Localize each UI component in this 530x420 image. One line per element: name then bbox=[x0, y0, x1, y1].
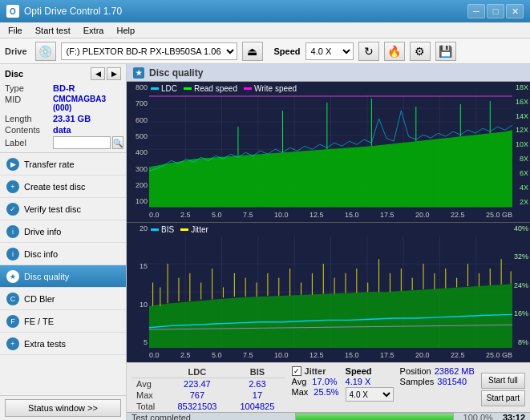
refresh-btn[interactable]: ↻ bbox=[358, 42, 379, 61]
stats-total-row: Total 85321503 1004825 bbox=[131, 401, 285, 412]
verify-label: Verify test disc bbox=[24, 204, 81, 214]
y-right-24pct: 24% bbox=[512, 281, 530, 289]
y-right-8pct: 8% bbox=[512, 338, 530, 346]
sidebar-item-extra-tests[interactable]: + Extra tests bbox=[0, 333, 126, 355]
transfer-rate-icon: ▶ bbox=[6, 158, 19, 171]
stats-max-row: Max 767 17 bbox=[131, 390, 285, 401]
drive-icon-btn[interactable]: 💿 bbox=[35, 42, 56, 61]
eject-btn[interactable]: ⏏ bbox=[242, 42, 263, 61]
disc-quality-label: Disc quality bbox=[24, 272, 69, 281]
speed-label: Speed bbox=[274, 46, 301, 56]
label-search-btn[interactable]: 🔍 bbox=[112, 136, 123, 149]
speed-section: Speed 4.19 X 4.0 X bbox=[346, 366, 394, 412]
legend-write-speed: Write speed bbox=[244, 84, 297, 93]
create-test-label: Create test disc bbox=[24, 182, 85, 192]
y-right-8x: 8X bbox=[512, 155, 530, 163]
y-bottom-20: 20 bbox=[127, 224, 149, 232]
close-btn[interactable]: ✕ bbox=[506, 4, 524, 18]
start-full-btn[interactable]: Start full bbox=[481, 373, 525, 389]
sidebar-item-cd-bler[interactable]: C CD Bler bbox=[0, 288, 126, 310]
ldc-bis-table: LDC BIS Avg 223.47 2.63 Max bbox=[131, 366, 285, 412]
top-y-axis-right: 18X 16X 14X 12X 10X 8X 6X 4X 2X bbox=[512, 82, 530, 208]
sidebar-item-drive-info[interactable]: i Drive info bbox=[0, 220, 126, 243]
app-title: Opti Drive Control 1.70 bbox=[24, 6, 122, 17]
speed-header: Speed bbox=[346, 366, 394, 376]
jitter-checkbox[interactable]: ✓ bbox=[292, 366, 301, 376]
sidebar-item-verify-test-disc[interactable]: ✓ Verify test disc bbox=[0, 198, 126, 220]
drive-toolbar: Drive 💿 (F:) PLEXTOR BD-R PX-LB950SA 1.0… bbox=[0, 38, 530, 64]
burn-btn[interactable]: 🔥 bbox=[384, 42, 405, 61]
status-section: Status window >> bbox=[0, 395, 126, 420]
disc-section: Disc ◀ ▶ Type BD-R MID CMCMAGBA3 (000) L… bbox=[0, 64, 126, 153]
start-part-btn[interactable]: Start part bbox=[481, 390, 525, 406]
sidebar-item-transfer-rate[interactable]: ▶ Transfer rate bbox=[0, 153, 126, 176]
col-bis-header: BIS bbox=[229, 366, 285, 378]
cd-bler-icon: C bbox=[6, 293, 19, 305]
y-right-18x: 18X bbox=[512, 83, 530, 91]
y-label-500: 500 bbox=[127, 132, 149, 140]
y-bottom-5: 5 bbox=[127, 338, 149, 346]
y-label-600: 600 bbox=[127, 116, 149, 124]
speed-select[interactable]: 4.0 X bbox=[305, 42, 354, 60]
label-input[interactable] bbox=[53, 136, 111, 149]
disc-label-row: Label 🔍 bbox=[5, 136, 121, 149]
stats-avg-row: Avg 223.47 2.63 bbox=[131, 378, 285, 390]
y-label-400: 400 bbox=[127, 148, 149, 156]
disc-icon-btn2[interactable]: ▶ bbox=[107, 67, 121, 80]
extra-tests-label: Extra tests bbox=[24, 339, 66, 349]
chart-title: Disc quality bbox=[149, 67, 203, 79]
disc-info-icon: i bbox=[6, 248, 19, 260]
left-panel: Disc ◀ ▶ Type BD-R MID CMCMAGBA3 (000) L… bbox=[0, 64, 127, 420]
bottom-x-axis: 0.0 2.5 5.0 7.5 10.0 12.5 15.0 17.5 20.0… bbox=[149, 348, 512, 362]
sidebar-item-disc-info[interactable]: i Disc info bbox=[0, 243, 126, 265]
settings-btn[interactable]: ⚙ bbox=[410, 42, 431, 61]
menu-file[interactable]: File bbox=[3, 24, 27, 37]
menu-help[interactable]: Help bbox=[111, 24, 140, 37]
disc-title: Disc bbox=[5, 69, 23, 79]
y-right-6x: 6X bbox=[512, 169, 530, 177]
y-label-700: 700 bbox=[127, 99, 149, 107]
y-bottom-10: 10 bbox=[127, 301, 149, 309]
position-section: Position 23862 MB Samples 381540 bbox=[400, 366, 475, 412]
menu-start-test[interactable]: Start test bbox=[30, 24, 75, 37]
legend-jitter: Jitter bbox=[180, 225, 208, 234]
y-right-16x: 16X bbox=[512, 98, 530, 106]
top-chart-svg bbox=[149, 95, 512, 208]
speed-select-row[interactable]: 4.0 X bbox=[346, 387, 394, 402]
window-controls: ─ □ ✕ bbox=[467, 4, 524, 18]
sidebar-item-disc-quality[interactable]: ★ Disc quality bbox=[0, 265, 126, 288]
mid-label: MID bbox=[5, 95, 53, 112]
drive-select[interactable]: (F:) PLEXTOR BD-R PX-LB950SA 1.06 bbox=[61, 42, 237, 60]
sidebar-item-fe-te[interactable]: F FE / TE bbox=[0, 310, 126, 333]
sidebar-item-create-test-disc[interactable]: + Create test disc bbox=[0, 176, 126, 198]
disc-icons: ◀ ▶ bbox=[91, 67, 121, 80]
transfer-rate-label: Transfer rate bbox=[24, 160, 75, 169]
speed-dropdown[interactable]: 4.0 X bbox=[346, 387, 394, 402]
length-value: 23.31 GB bbox=[53, 114, 91, 123]
stats-row: LDC BIS Avg 223.47 2.63 Max bbox=[127, 363, 530, 412]
legend-read-speed: Read speed bbox=[184, 84, 237, 93]
minimize-btn[interactable]: ─ bbox=[467, 4, 485, 18]
extra-tests-icon: + bbox=[6, 337, 19, 350]
bis-dot bbox=[151, 228, 159, 231]
maximize-btn[interactable]: □ bbox=[487, 4, 504, 18]
jitter-max: Max 25.5% bbox=[292, 387, 339, 397]
y-right-2x: 2X bbox=[512, 198, 530, 206]
menu-extra[interactable]: Extra bbox=[79, 24, 109, 37]
right-panel: ★ Disc quality LDC Read speed bbox=[127, 64, 530, 420]
disc-type-row: Type BD-R bbox=[5, 83, 121, 93]
bottom-status-bar: Test completed 100.0% 33:12 bbox=[127, 412, 530, 420]
save-btn[interactable]: 💾 bbox=[435, 42, 456, 61]
drive-info-icon: i bbox=[6, 225, 19, 238]
jitter-dot bbox=[180, 228, 188, 231]
status-window-btn[interactable]: Status window >> bbox=[5, 399, 121, 417]
length-label: Length bbox=[5, 114, 53, 123]
y-right-40pct: 40% bbox=[512, 224, 530, 232]
cd-bler-label: CD Bler bbox=[24, 294, 55, 304]
type-value: BD-R bbox=[53, 83, 75, 93]
jitter-header: ✓ Jitter bbox=[292, 366, 339, 376]
disc-icon-btn1[interactable]: ◀ bbox=[91, 67, 105, 80]
bottom-chart-svg bbox=[149, 236, 512, 349]
verify-icon: ✓ bbox=[6, 203, 19, 216]
disc-header: Disc ◀ ▶ bbox=[5, 67, 121, 80]
